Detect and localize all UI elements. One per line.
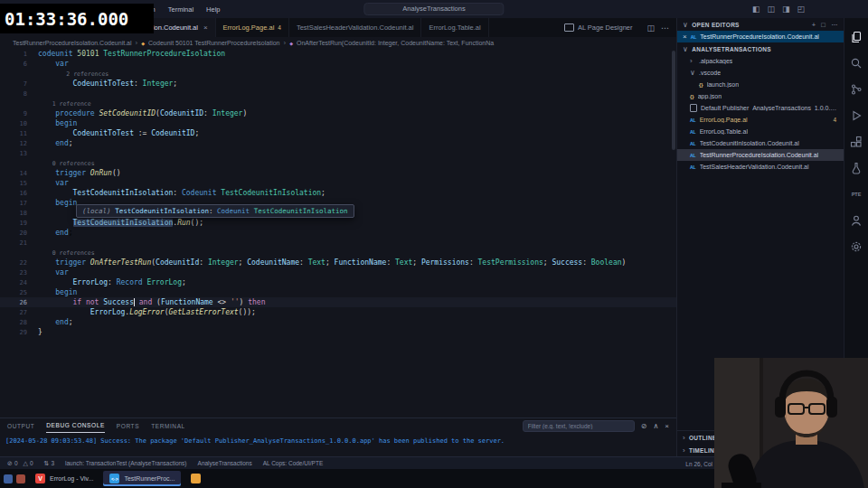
open-editors-header[interactable]: ∨ OPEN EDITORS + □ ⋯: [677, 18, 844, 31]
panel-tab-terminal[interactable]: TERMINAL: [151, 419, 185, 433]
taskbar-app-vivaldi[interactable]: VErrorLog - Viv...: [29, 471, 99, 486]
debug-console-output[interactable]: [2024-05-28 09:03:53.48] Success: The pa…: [0, 433, 676, 445]
test-flask-icon[interactable]: [850, 162, 863, 174]
code-line[interactable]: 20 end;: [0, 228, 676, 238]
chevron-down-icon: ∨: [683, 45, 688, 53]
code-line[interactable]: 16 TestCodeunitInIsolation: Codeunit Tes…: [0, 188, 676, 198]
customize-layout-icon[interactable]: ◰: [797, 5, 805, 14]
file-item-TestCodeunitInIsolation.Codeunit.al[interactable]: ALTestCodeunitInIsolation.Codeunit.al: [677, 137, 844, 149]
panel-tab-ports[interactable]: PORTS: [117, 419, 139, 433]
code-line[interactable]: 12 end;: [0, 138, 676, 148]
breadcrumb-item[interactable]: Codeunit 50101 TestRunnerProcedureIsolat…: [148, 40, 279, 46]
file-item-TestSalesHeaderValidation.Codeunit.al[interactable]: ALTestSalesHeaderValidation.Codeunit.al: [677, 161, 844, 173]
file-item-app.json[interactable]: {}app.json: [677, 90, 844, 102]
close-panel-icon[interactable]: ×: [665, 422, 669, 430]
account-icon[interactable]: [850, 214, 863, 227]
maximize-panel-icon[interactable]: ∧: [653, 422, 658, 430]
codelens-row[interactable]: 0 references: [0, 248, 676, 258]
code-line[interactable]: 8: [0, 89, 676, 99]
code-line[interactable]: 15 var: [0, 178, 676, 188]
editor-scrollbar[interactable]: [672, 51, 675, 150]
breadcrumb-item[interactable]: OnAfterTestRun(CodeunitId: Integer, Code…: [297, 40, 494, 46]
search-icon[interactable]: [850, 57, 863, 70]
folder-item-.vscode[interactable]: ∨.vscode: [677, 67, 844, 79]
code-editor[interactable]: 1codeunit 50101 TestRunnerProcedureIsola…: [0, 49, 676, 418]
launch-config[interactable]: launch: TransactionTest (AnalyseTransact…: [65, 460, 187, 466]
toggle-panel-icon[interactable]: ◫: [767, 5, 775, 14]
code-line[interactable]: 27 ErrorLog.LogError(GetLastErrorText())…: [0, 307, 676, 317]
console-filter-input[interactable]: [523, 420, 635, 432]
panel-tab-output[interactable]: OUTPUT: [7, 419, 34, 433]
code-line[interactable]: 6 var: [0, 59, 676, 69]
file-item-Default Publisher_AnalyseTransactions_1.0.0.0.app[interactable]: Default Publisher_AnalyseTransactions_1.…: [677, 102, 844, 114]
code-line[interactable]: 9 procedure SetCodeunitID(CodeunitID: In…: [0, 108, 676, 118]
clear-console-icon[interactable]: ⊘: [641, 422, 647, 430]
codelens-row[interactable]: 0 references: [0, 158, 676, 168]
tray-icon-2[interactable]: [16, 474, 25, 483]
code-line[interactable]: 24 ErrorLog: Record ErrorLog;: [0, 277, 676, 287]
folder-item-.alpackages[interactable]: ›.alpackages: [677, 55, 844, 67]
tab-ErrorLog.Page.al[interactable]: ErrorLog.Page.al4: [216, 18, 289, 37]
al-file-icon: AL: [690, 153, 696, 158]
taskbar-app-folder[interactable]: [184, 471, 207, 486]
code-line[interactable]: 11 CodeunitToTest := CodeunitID;: [0, 128, 676, 138]
code-line[interactable]: 21: [0, 238, 676, 248]
panel-tabs: OUTPUTDEBUG CONSOLEPORTSTERMINAL: [7, 418, 197, 433]
tab-ErrorLog.Table.al[interactable]: ErrorLog.Table.al: [421, 18, 488, 37]
close-editor-icon[interactable]: ×: [683, 33, 687, 41]
toggle-secondary-sidebar-icon[interactable]: ◨: [782, 5, 790, 14]
code-line[interactable]: 13: [0, 148, 676, 158]
chevron-icon: ›: [690, 57, 695, 65]
line-number: 29: [0, 328, 38, 338]
file-item-launch.json[interactable]: {}launch.json: [677, 79, 844, 90]
new-file-icon[interactable]: +: [812, 21, 816, 29]
code-line[interactable]: 26 if not Success and (FunctionName <> '…: [0, 297, 676, 307]
taskbar-app-vscode[interactable]: <·>TestRunnerProc...: [103, 471, 181, 486]
tab-al-page-designer[interactable]: AL Page Designer: [557, 18, 640, 37]
panel-tabs-row: OUTPUTDEBUG CONSOLEPORTSTERMINAL ⊘ ∧ ×: [0, 418, 676, 433]
code-line[interactable]: 23 var: [0, 267, 676, 277]
open-editor-item[interactable]: ×ALTestRunnerProcedureIsolation.Codeunit…: [677, 31, 844, 42]
menu-terminal[interactable]: Terminal: [168, 5, 193, 14]
file-item-ErrorLog.Page.al[interactable]: ALErrorLog.Page.al4: [677, 114, 844, 126]
window-title[interactable]: AnalyseTransactions: [363, 3, 504, 15]
project-section-header[interactable]: ∨ ANALYSETRANSACTIONS: [677, 42, 844, 55]
files-icon[interactable]: [850, 31, 863, 43]
toggle-sidebar-icon[interactable]: ◧: [752, 5, 760, 14]
file-item-ErrorLog.Table.al[interactable]: ALErrorLog.Table.al: [677, 126, 844, 137]
more-actions-icon[interactable]: ⋯: [831, 21, 838, 29]
run-debug-icon[interactable]: [850, 109, 863, 122]
settings-icon[interactable]: [850, 240, 863, 253]
codelens-row[interactable]: 1 reference: [0, 99, 676, 108]
save-all-icon[interactable]: □: [821, 21, 826, 29]
code-line[interactable]: 22 trigger OnAfterTestRun(CodeunitId: In…: [0, 258, 676, 267]
file-item-TestRunnerProcedureIsolation.Codeunit.al[interactable]: ALTestRunnerProcedureIsolation.Codeunit.…: [677, 149, 844, 161]
close-tab-icon[interactable]: ×: [203, 23, 208, 32]
problems-indicator[interactable]: ⊘ 0 △ 0: [7, 460, 33, 467]
extensions-icon[interactable]: [850, 136, 863, 148]
split-editor-icon[interactable]: ◫: [646, 23, 655, 33]
pte-icon[interactable]: PTE: [850, 188, 863, 201]
more-actions-icon[interactable]: ⋯: [661, 23, 669, 33]
menu-help[interactable]: Help: [206, 5, 220, 14]
open-editors-label: OPEN EDITORS: [692, 22, 740, 28]
codelens-row[interactable]: 2 references: [0, 69, 676, 79]
ports-indicator[interactable]: ⇅ 3: [44, 460, 55, 467]
code-line[interactable]: 1codeunit 50101 TestRunnerProcedureIsola…: [0, 49, 676, 59]
code-line[interactable]: 28 end;: [0, 317, 676, 327]
source-control-icon[interactable]: [850, 83, 863, 96]
al-workspace[interactable]: AnalyseTransactions: [198, 460, 252, 466]
code-line[interactable]: 7 CodeunitToTest: Integer;: [0, 79, 676, 89]
al-file-icon: AL: [691, 34, 697, 40]
tab-TestSalesHeaderValidation.Codeunit.al[interactable]: TestSalesHeaderValidation.Codeunit.al: [289, 18, 422, 37]
breadcrumb-item[interactable]: TestRunnerProcedureIsolation.Codeunit.al: [13, 40, 132, 46]
code-line[interactable]: 19 TestCodeunitInIsolation.Run();: [0, 218, 676, 228]
code-line[interactable]: 14 trigger OnRun(): [0, 168, 676, 178]
code-line[interactable]: 10 begin: [0, 118, 676, 128]
code-line[interactable]: 29}: [0, 327, 676, 337]
code-line[interactable]: 25 begin: [0, 287, 676, 297]
cursor-position[interactable]: Ln 26, Col: [685, 457, 712, 470]
panel-tab-debug-console[interactable]: DEBUG CONSOLE: [46, 418, 105, 433]
tray-icon-1[interactable]: [4, 474, 13, 483]
al-cops[interactable]: AL Cops: Code/UI/PTE: [263, 460, 324, 466]
